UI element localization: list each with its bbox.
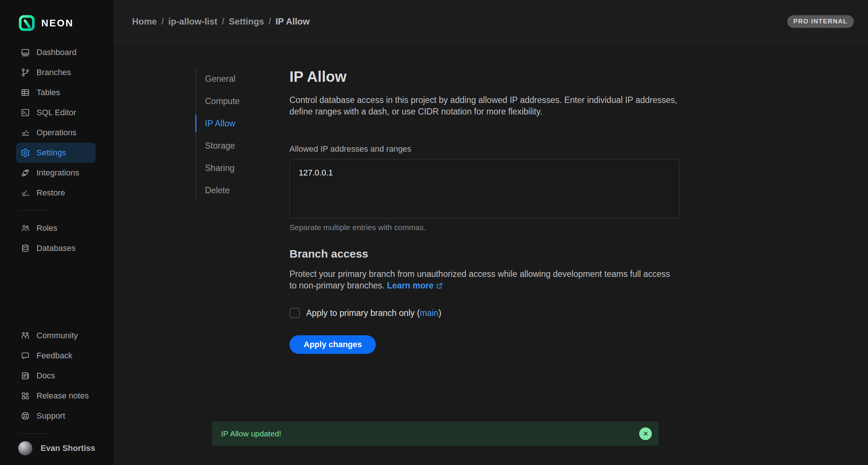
databases-icon [20, 243, 30, 253]
sidebar-item-docs[interactable]: Docs [16, 366, 96, 386]
sidebar-divider [20, 210, 48, 211]
branch-access-description: Protect your primary branch from unautho… [289, 268, 679, 291]
user-name: Evan Shortiss [41, 443, 95, 453]
breadcrumb-current-page: IP Allow [275, 16, 310, 27]
breadcrumb-project[interactable]: ip-allow-list [168, 16, 217, 27]
toast-close-button[interactable] [639, 427, 652, 440]
sidebar-item-databases[interactable]: Databases [16, 238, 96, 258]
branch-access-heading: Branch access [289, 248, 679, 260]
ip-field-helper: Separate multiple entries with commas. [289, 223, 679, 232]
user-avatar [18, 441, 32, 455]
breadcrumb-home[interactable]: Home [132, 16, 157, 27]
footer-nav: Community Feedback Docs Release notes Su… [16, 326, 96, 426]
sidebar: NEON Dashboard Branches Tables SQL Edito… [0, 0, 114, 465]
primary-nav: Dashboard Branches Tables SQL Editor Ope… [16, 42, 96, 203]
learn-more-link[interactable]: Learn more [387, 281, 443, 290]
top-header: Home / ip-allow-list / Settings / IP All… [114, 0, 868, 43]
secondary-nav: Roles Databases [16, 218, 96, 258]
user-menu[interactable]: Evan Shortiss [18, 441, 98, 455]
operations-icon [20, 128, 30, 138]
settings-content: General Compute IP Allow Storage Sharing… [114, 43, 868, 354]
breadcrumb-separator: / [161, 16, 164, 27]
tables-icon [20, 88, 30, 97]
sidebar-item-operations[interactable]: Operations [16, 123, 96, 143]
dashboard-icon [20, 48, 30, 57]
breadcrumb-separator: / [269, 16, 271, 27]
sidebar-item-settings[interactable]: Settings [16, 143, 96, 163]
subnav-item-sharing[interactable]: Sharing [196, 157, 289, 179]
ip-addresses-textarea[interactable]: 127.0.0.1 [289, 159, 679, 219]
app-window: NEON Dashboard Branches Tables SQL Edito… [0, 0, 868, 465]
subnav-item-delete[interactable]: Delete [196, 179, 289, 201]
community-icon [20, 331, 30, 340]
sidebar-divider-bottom [20, 433, 48, 434]
primary-branch-label: Apply to primary branch only (main) [306, 308, 441, 318]
sidebar-item-roles[interactable]: Roles [16, 218, 96, 238]
roles-icon [20, 223, 30, 233]
sidebar-item-tables[interactable]: Tables [16, 83, 96, 103]
settings-subnav: General Compute IP Allow Storage Sharing… [195, 68, 289, 201]
plan-badge: PRO INTERNAL [787, 15, 854, 28]
ip-field-label: Allowed IP addresses and ranges [289, 144, 679, 154]
sidebar-item-support[interactable]: Support [16, 406, 96, 426]
toast-notification: IP Allow updated! [212, 422, 659, 446]
toast-message: IP Allow updated! [221, 429, 281, 438]
release-notes-icon [20, 391, 30, 401]
sidebar-item-community[interactable]: Community [16, 326, 96, 346]
sidebar-bottom: Community Feedback Docs Release notes Su… [0, 326, 114, 455]
page-description: Control database access in this project … [289, 94, 679, 117]
sidebar-item-integrations[interactable]: Integrations [16, 163, 96, 183]
apply-changes-button[interactable]: Apply changes [289, 335, 376, 354]
primary-branch-row: Apply to primary branch only (main) [289, 308, 679, 318]
sidebar-item-restore[interactable]: Restore [16, 183, 96, 203]
ip-allow-panel: IP Allow Control database access in this… [289, 68, 679, 354]
feedback-icon [20, 351, 30, 361]
neon-logo-icon [19, 15, 35, 31]
subnav-item-compute[interactable]: Compute [196, 90, 289, 112]
settings-gear-icon [20, 148, 30, 158]
sidebar-item-branches[interactable]: Branches [16, 62, 96, 83]
neon-logo[interactable]: NEON [19, 15, 114, 31]
sidebar-item-release-notes[interactable]: Release notes [16, 386, 96, 406]
main-area: Home / ip-allow-list / Settings / IP All… [114, 0, 868, 465]
restore-icon [20, 188, 30, 198]
docs-icon [20, 371, 30, 381]
breadcrumb: Home / ip-allow-list / Settings / IP All… [132, 16, 310, 27]
primary-branch-checkbox[interactable] [289, 308, 300, 318]
close-icon [643, 431, 648, 436]
branches-icon [20, 68, 30, 77]
sidebar-item-feedback[interactable]: Feedback [16, 346, 96, 366]
sidebar-item-sql-editor[interactable]: SQL Editor [16, 103, 96, 123]
integrations-icon [20, 168, 30, 178]
sql-editor-icon [20, 108, 30, 117]
subnav-item-storage[interactable]: Storage [196, 135, 289, 157]
breadcrumb-settings[interactable]: Settings [229, 16, 264, 27]
neon-wordmark: NEON [41, 17, 74, 29]
page-title: IP Allow [289, 68, 679, 85]
breadcrumb-separator: / [222, 16, 224, 27]
sidebar-item-dashboard[interactable]: Dashboard [16, 42, 96, 62]
branch-main-link[interactable]: main [420, 308, 439, 318]
subnav-item-general[interactable]: General [196, 68, 289, 90]
subnav-item-ip-allow[interactable]: IP Allow [196, 112, 289, 135]
external-link-icon [436, 282, 443, 290]
support-icon [20, 411, 30, 421]
